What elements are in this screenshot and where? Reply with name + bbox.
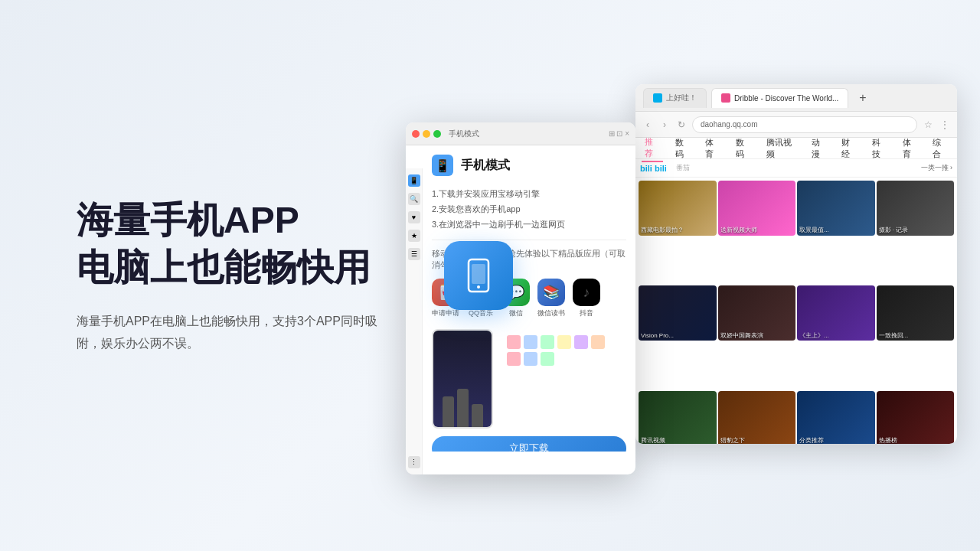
bilibili-nav: bili bili 番茄 一类一推 ›	[635, 159, 957, 178]
content-card-10[interactable]: 猎豹之下	[718, 391, 796, 444]
content-grid: 西藏电影最拍？ 送新视频大师 取景最值... 摄影 · 记录 Vision Pr…	[635, 178, 957, 444]
bilibili-main-content: 西藏电影最拍？ 送新视频大师 取景最值... 摄影 · 记录 Vision Pr…	[635, 178, 957, 444]
svg-point-2	[477, 285, 480, 289]
dribble-favicon	[721, 93, 730, 103]
nav-item-sport2[interactable]: 体育	[900, 135, 921, 161]
strip-icon-list[interactable]: ☰	[408, 248, 420, 260]
content-card-11[interactable]: 分类推荐	[797, 391, 875, 444]
sub-description: 海量手机APP在电脑上也能畅快用，支持3个APP同时吸附，娱乐办公两不误。	[77, 311, 398, 355]
tab-bilibili[interactable]: 上好哇！	[643, 88, 707, 108]
nav-item-recommend[interactable]: 推荐	[642, 135, 663, 162]
step-1: 1.下载并安装应用宝移动引擎	[432, 187, 626, 202]
placeholder-boxes	[501, 329, 626, 429]
app-icon-book[interactable]: 📚 微信读书	[537, 279, 565, 318]
content-card-3[interactable]: 取景最值...	[797, 181, 875, 236]
back-button[interactable]: ‹	[642, 119, 654, 131]
site-nav-bar: 推荐 数码 体育 数码 腾讯视频 动漫 财经 科技 体育 综合	[635, 138, 957, 159]
extensions-button[interactable]: ⋮	[939, 119, 951, 131]
nav-category-link[interactable]: 一类一推 ›	[921, 163, 953, 173]
forward-button[interactable]: ›	[658, 119, 671, 131]
nav-item-news[interactable]: 综合	[929, 135, 951, 161]
minimize-dot[interactable]	[423, 130, 430, 138]
app-book-icon: 📚	[537, 279, 565, 306]
strip-icon-dots[interactable]: ⋮	[408, 456, 420, 468]
main-title: 海量手机APP 电脑上也能畅快用	[77, 197, 398, 292]
strip-icon-search[interactable]: 🔍	[408, 193, 420, 205]
nav-item-science[interactable]: 科技	[869, 135, 890, 161]
refresh-button[interactable]: ↻	[675, 119, 688, 131]
left-sidebar-strip: 📱 🔍 ♥ ★ ☰ ⋮	[406, 168, 423, 474]
phone-mode-content: 📱 手机模式 1.下载并安装应用宝移动引擎 2.安装您喜欢的手机app 3.在浏…	[423, 145, 635, 474]
tab-dribble[interactable]: Dribble - Discover The World...	[711, 88, 848, 108]
nav-item-sports[interactable]: 体育	[702, 135, 724, 161]
browser-toolbar-back: ‹ › ↻ daohang.qq.com ☆ ⋮	[635, 112, 957, 138]
nav-item-digital[interactable]: 数码	[672, 135, 694, 161]
star-button[interactable]: ☆	[922, 119, 934, 131]
floating-app-icon	[444, 241, 513, 310]
content-card-4[interactable]: 摄影 · 记录	[877, 181, 955, 236]
step-3: 3.在浏览器中一边刷手机一边逛网页	[432, 217, 626, 233]
phone-mode-icon: 📱	[432, 155, 453, 176]
window-controls	[412, 130, 441, 138]
nav-item-animation[interactable]: 动漫	[808, 135, 830, 161]
front-tab-title: 手机模式	[449, 129, 479, 139]
browser-titlebar-front: 手机模式 ⊞ ⊡ ×	[406, 122, 635, 145]
content-card-6[interactable]: 双娇中国舞表演	[718, 285, 796, 341]
content-card-2[interactable]: 送新视频大师	[718, 181, 796, 236]
browser-titlebar-back: 上好哇！ Dribble - Discover The World... +	[635, 84, 957, 112]
phone-screen	[433, 331, 492, 427]
close-dot[interactable]	[412, 130, 420, 138]
strip-icon-heart[interactable]: ♥	[408, 211, 420, 223]
content-card-7[interactable]: 《主上》...	[797, 285, 875, 341]
nav-item-video[interactable]: 腾讯视频	[763, 135, 799, 161]
content-card-1[interactable]: 西藏电影最拍？	[639, 181, 717, 236]
strip-icon-phone[interactable]: 📱	[408, 174, 420, 187]
phone-mode-header: 📱 手机模式	[432, 155, 626, 176]
browser-mockup-area: 上好哇！ Dribble - Discover The World... + ‹…	[406, 84, 980, 467]
new-tab-button[interactable]: +	[859, 91, 866, 105]
address-bar-back[interactable]: daohang.qq.com	[692, 116, 917, 133]
phone-mockup	[432, 329, 493, 429]
front-content-wrapper: 📱 🔍 ♥ ★ ☰ ⋮ 📱 手机模式 1.下载并安装应用宝移动	[406, 145, 635, 474]
content-card-5[interactable]: Vision Pro...	[639, 285, 717, 341]
content-card-8[interactable]: 一致挽回...	[877, 285, 955, 341]
app-icon-tiktok[interactable]: ♪ 抖音	[573, 279, 600, 318]
bilibili-logo: bili bili	[640, 164, 667, 173]
browser-window-front: 手机模式 ⊞ ⊡ × 📱 🔍 ♥ ★ ☰ ⋮ 📱 手机模式	[406, 122, 635, 474]
phone-mode-title: 手机模式	[461, 158, 510, 174]
phone-mockup-area	[432, 329, 626, 429]
step-2: 2.安装您喜欢的手机app	[432, 202, 626, 217]
nav-item-finance[interactable]: 财经	[838, 135, 860, 161]
content-card-9[interactable]: 腾讯视频	[639, 391, 717, 444]
nav-item-tech[interactable]: 数码	[733, 135, 754, 161]
strip-icon-star[interactable]: ★	[408, 230, 420, 242]
browser-window-back: 上好哇！ Dribble - Discover The World... + ‹…	[635, 84, 957, 444]
steps-instructions: 1.下载并安装应用宝移动引擎 2.安装您喜欢的手机app 3.在浏览器中一边刷手…	[432, 187, 626, 232]
svg-rect-1	[472, 264, 485, 284]
left-content-area: 海量手机APP 电脑上也能畅快用 海量手机APP在电脑上也能畅快用，支持3个AP…	[77, 197, 398, 354]
phone-figures	[433, 370, 492, 428]
bilibili-favicon	[653, 93, 662, 103]
download-button[interactable]: 立即下载	[432, 436, 626, 452]
content-card-12[interactable]: 热播榜	[877, 391, 955, 444]
app-tiktok-icon: ♪	[573, 279, 600, 306]
maximize-dot[interactable]	[433, 130, 441, 138]
